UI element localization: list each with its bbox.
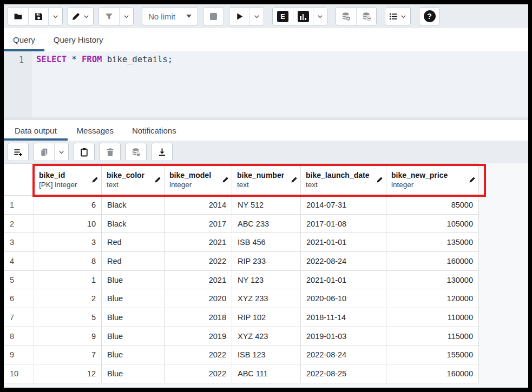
explain-analyze-button[interactable] [293,8,313,25]
edit-column-icon[interactable] [469,176,476,183]
cell-bike_id[interactable]: 2 [34,289,102,308]
cell-bike_launch_date[interactable]: 2017-01-08 [301,214,386,233]
execute-dropdown-button[interactable] [249,8,264,25]
cell-bike_new_price[interactable]: 135000 [386,233,479,252]
execute-button[interactable] [229,8,249,25]
cell-bike_model[interactable]: 2014 [165,196,232,215]
edit-dropdown-button[interactable] [68,8,93,25]
delete-row-button[interactable] [100,143,120,161]
tab-messages[interactable]: Messages [68,120,123,141]
cell-bike_number[interactable]: XYZ 233 [232,289,301,308]
cell-bike_number[interactable]: RIP 233 [232,252,301,271]
cell-bike_number[interactable]: ISB 456 [232,233,301,252]
column-header-bike_number[interactable]: bike_number text [232,164,301,196]
cell-bike_new_price[interactable]: 130000 [386,270,479,289]
cell-bike_launch_date[interactable]: 2020-06-10 [301,289,386,308]
row-number-cell[interactable]: 1 [4,196,34,215]
cell-bike_number[interactable]: ABC 233 [232,214,301,233]
cell-bike_number[interactable]: ABC 111 [232,364,301,383]
cell-bike_color[interactable]: Red [102,252,165,271]
copy-button[interactable] [34,143,54,161]
explain-button[interactable]: E [273,8,293,25]
column-header-bike_launch_date[interactable]: bike_launch_date text [301,164,386,196]
edit-column-icon[interactable] [154,176,161,183]
cell-bike_model[interactable]: 2022 [165,364,232,383]
cell-bike_color[interactable]: Black [102,196,165,215]
help-button[interactable]: ? [419,8,439,25]
tab-data-output[interactable]: Data output [4,120,68,141]
row-number-cell[interactable]: 5 [4,270,34,289]
cell-bike_color[interactable]: Red [102,233,165,252]
cell-bike_new_price[interactable]: 160000 [386,364,479,383]
cell-bike_new_price[interactable]: 85000 [386,196,479,215]
cell-bike_id[interactable]: 12 [34,364,102,383]
explain-dropdown-button[interactable] [313,8,327,25]
cell-bike_new_price[interactable]: 160000 [386,252,479,271]
tab-query[interactable]: Query [4,28,44,51]
cell-bike_color[interactable]: Blue [102,364,165,383]
cell-bike_id[interactable]: 10 [34,214,102,233]
copy-dropdown-button[interactable] [54,143,68,161]
cell-bike_launch_date[interactable]: 2019-01-03 [301,327,386,346]
cell-bike_id[interactable]: 8 [34,252,102,271]
cell-bike_launch_date[interactable]: 2022-08-25 [301,364,386,383]
edit-column-icon[interactable] [291,176,298,183]
cell-bike_color[interactable]: Blue [102,308,165,327]
cell-bike_color[interactable]: Blue [102,346,165,364]
open-file-button[interactable] [8,8,28,25]
add-row-button[interactable] [8,143,28,161]
row-number-cell[interactable]: 6 [4,289,34,308]
row-number-cell[interactable]: 8 [4,327,34,346]
cell-bike_launch_date[interactable]: 2022-08-24 [301,252,386,271]
column-header-bike_model[interactable]: bike_model integer [165,164,232,196]
sql-code-area[interactable]: SELECT * FROM bike_details; [31,51,528,117]
cell-bike_color[interactable]: Black [102,214,165,233]
stop-button[interactable] [203,8,224,25]
cell-bike_model[interactable]: 2019 [165,327,232,346]
cell-bike_launch_date[interactable]: 2021-01-01 [301,233,386,252]
cell-bike_color[interactable]: Blue [102,327,165,346]
filter-button[interactable] [99,8,119,25]
row-number-cell[interactable]: 9 [4,346,34,364]
column-header-bike_id[interactable]: bike_id [PK] integer [34,164,102,196]
row-number-cell[interactable]: 4 [4,252,34,271]
rollback-button[interactable] [356,8,376,25]
cell-bike_id[interactable]: 1 [34,270,102,289]
macros-dropdown-button[interactable] [385,8,410,25]
cell-bike_new_price[interactable]: 120000 [386,289,479,308]
column-header-bike_color[interactable]: bike_color text [102,164,165,196]
save-dropdown-button[interactable] [48,8,62,25]
cell-bike_color[interactable]: Blue [102,289,165,308]
cell-bike_id[interactable]: 3 [34,233,102,252]
tab-query-history[interactable]: Query History [44,28,113,51]
save-file-button[interactable] [28,8,48,25]
edit-column-icon[interactable] [222,176,229,183]
cell-bike_new_price[interactable]: 155000 [386,346,479,364]
save-data-changes-button[interactable] [126,143,146,161]
cell-bike_new_price[interactable]: 105000 [386,214,479,233]
cell-bike_number[interactable]: RIP 102 [232,308,301,327]
cell-bike_number[interactable]: NY 512 [232,196,301,215]
cell-bike_launch_date[interactable]: 2021-01-01 [301,270,386,289]
download-csv-button[interactable] [152,143,172,161]
cell-bike_number[interactable]: ISB 123 [232,346,301,364]
cell-bike_id[interactable]: 7 [34,346,102,364]
paste-button[interactable] [74,143,94,161]
row-number-cell[interactable]: 7 [4,308,34,327]
commit-button[interactable] [336,8,356,25]
cell-bike_launch_date[interactable]: 2022-08-24 [301,346,386,364]
cell-bike_model[interactable]: 2022 [165,252,232,271]
row-number-cell[interactable]: 2 [4,214,34,233]
cell-bike_new_price[interactable]: 110000 [386,308,479,327]
cell-bike_color[interactable]: Blue [102,270,165,289]
cell-bike_id[interactable]: 9 [34,327,102,346]
row-number-cell[interactable]: 10 [4,364,34,383]
column-header-bike_new_price[interactable]: bike_new_price integer [386,164,479,196]
row-limit-select[interactable]: No limit [142,7,198,25]
cell-bike_launch_date[interactable]: 2018-11-14 [301,308,386,327]
cell-bike_model[interactable]: 2020 [165,289,232,308]
cell-bike_model[interactable]: 2021 [165,270,232,289]
cell-bike_model[interactable]: 2018 [165,308,232,327]
tab-notifications[interactable]: Notifications [123,120,186,141]
cell-bike_launch_date[interactable]: 2014-07-31 [301,196,386,215]
